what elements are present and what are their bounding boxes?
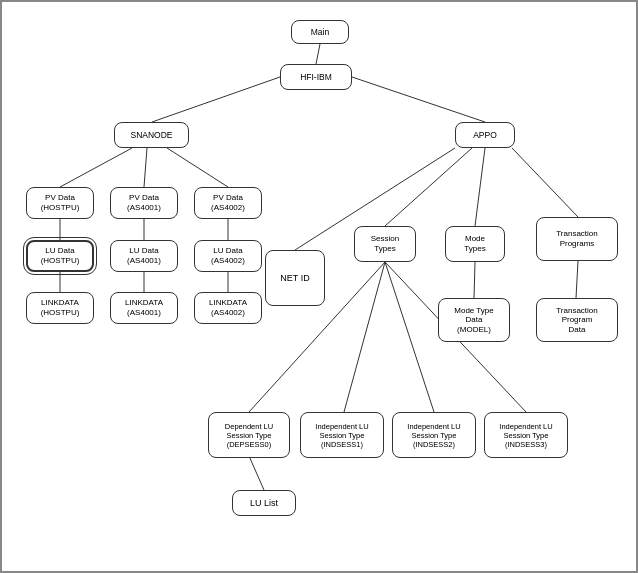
node-ludata-hostpu: LU Data (HOSTPU) <box>26 240 94 272</box>
svg-line-5 <box>167 148 228 187</box>
svg-line-19 <box>344 262 385 412</box>
node-appo: APPO <box>455 122 515 148</box>
node-session-types: Session Types <box>354 226 416 262</box>
node-main: Main <box>291 20 349 44</box>
svg-line-15 <box>512 148 578 217</box>
svg-line-3 <box>60 148 132 187</box>
svg-line-14 <box>475 148 485 226</box>
node-netid: NET ID <box>265 250 325 306</box>
svg-line-0 <box>316 44 320 64</box>
svg-line-22 <box>249 456 264 490</box>
svg-line-13 <box>385 148 472 226</box>
node-transaction-programs: Transaction Programs <box>536 217 618 261</box>
svg-line-17 <box>576 261 578 298</box>
node-transaction-program-data: Transaction Program Data <box>536 298 618 342</box>
node-linkdata-as4002: LINKDATA (AS4002) <box>194 292 262 324</box>
node-lu-list: LU List <box>232 490 296 516</box>
svg-line-20 <box>385 262 434 412</box>
svg-line-1 <box>152 77 280 122</box>
svg-line-4 <box>144 148 147 187</box>
node-ludata-as4002: LU Data (AS4002) <box>194 240 262 272</box>
node-mode-type-model: Mode Type Data (MODEL) <box>438 298 510 342</box>
node-indep-lu-sess1: Independent LU Session Type (INDSESS1) <box>300 412 384 458</box>
svg-line-16 <box>474 262 475 298</box>
node-pvdata-as4001: PV Data (AS4001) <box>110 187 178 219</box>
node-snanode: SNANODE <box>114 122 189 148</box>
node-dep-lu-sess: Dependent LU Session Type (DEPSESS0) <box>208 412 290 458</box>
node-linkdata-hostpu: LINKDATA (HOSTPU) <box>26 292 94 324</box>
node-hfibm: HFI-IBM <box>280 64 352 90</box>
node-indep-lu-sess3: Independent LU Session Type (INDSESS3) <box>484 412 568 458</box>
svg-line-2 <box>352 77 485 122</box>
node-linkdata-as4001: LINKDATA (AS4001) <box>110 292 178 324</box>
node-mode-types: Mode Types <box>445 226 505 262</box>
node-pvdata-hostpu: PV Data (HOSTPU) <box>26 187 94 219</box>
node-ludata-as4001: LU Data (AS4001) <box>110 240 178 272</box>
diagram: Main HFI-IBM SNANODE APPO PV Data (HOSTP… <box>0 0 638 573</box>
node-indep-lu-sess2: Independent LU Session Type (INDSESS2) <box>392 412 476 458</box>
node-pvdata-as4002: PV Data (AS4002) <box>194 187 262 219</box>
